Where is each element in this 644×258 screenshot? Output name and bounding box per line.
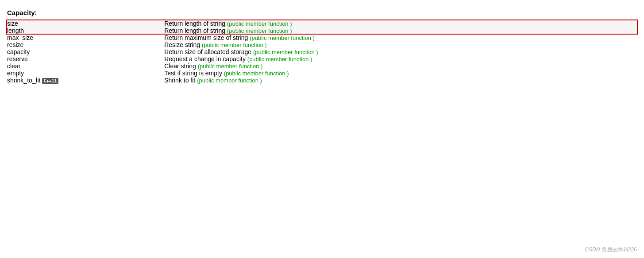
member-func-label-size: (public member function ): [227, 20, 292, 27]
section-title-text: Capacity: [7, 9, 35, 16]
function-name-size: size: [7, 20, 18, 27]
table-wrapper: sizeReturn length of string (public memb…: [7, 20, 637, 84]
cpp11-badge-shrink_to_fit: C++11: [42, 78, 58, 84]
member-func-label-resize: (public member function ): [202, 42, 267, 48]
row-desc-shrink_to_fit: Shrink to fit (public member function ): [164, 77, 637, 84]
watermark: CSDN @脆皮炸鸡226: [585, 246, 637, 254]
section-title: Capacity:: [7, 9, 637, 16]
row-name-length: length: [7, 27, 164, 34]
table-row-resize: resizeResize string (public member funct…: [7, 41, 637, 48]
table-row-length: lengthReturn length of string (public me…: [7, 27, 637, 34]
row-name-capacity: capacity: [7, 48, 164, 55]
member-func-label-max_size: (public member function ): [250, 35, 315, 41]
function-name-resize: resize: [7, 41, 23, 48]
row-desc-length: Return length of string (public member f…: [164, 27, 637, 34]
table-row-max_size: max_sizeReturn maximum size of string (p…: [7, 34, 637, 41]
member-func-label-shrink_to_fit: (public member function ): [197, 77, 262, 84]
row-desc-clear: Clear string (public member function ): [164, 63, 637, 70]
row-name-resize: resize: [7, 41, 164, 48]
member-func-label-empty: (public member function ): [224, 70, 289, 77]
function-name-empty: empty: [7, 70, 24, 77]
row-desc-empty: Test if string is empty (public member f…: [164, 70, 637, 77]
member-func-label-length: (public member function ): [227, 27, 292, 34]
row-desc-reserve: Request a change in capacity (public mem…: [164, 55, 637, 63]
function-name-length: length: [7, 27, 24, 34]
row-name-reserve: reserve: [7, 55, 164, 63]
row-desc-size: Return length of string (public member f…: [164, 20, 637, 27]
row-name-max_size: max_size: [7, 34, 164, 41]
section-container: Capacity: sizeReturn length of string (p…: [7, 9, 637, 84]
member-func-label-capacity: (public member function ): [253, 49, 318, 55]
function-name-shrink_to_fit: shrink_to_fit: [7, 77, 40, 84]
function-name-max_size: max_size: [7, 34, 33, 41]
row-desc-capacity: Return size of allocated storage (public…: [164, 48, 637, 55]
table-row-capacity: capacityReturn size of allocated storage…: [7, 48, 637, 55]
table-row-empty: emptyTest if string is empty (public mem…: [7, 70, 637, 77]
capacity-table: sizeReturn length of string (public memb…: [7, 20, 637, 84]
row-name-empty: empty: [7, 70, 164, 77]
table-row-clear: clearClear string (public member functio…: [7, 63, 637, 70]
table-row-reserve: reserveRequest a change in capacity (pub…: [7, 55, 637, 63]
row-name-size: size: [7, 20, 164, 27]
table-row-shrink_to_fit: shrink_to_fitC++11Shrink to fit (public …: [7, 77, 637, 84]
member-func-label-reserve: (public member function ): [247, 56, 312, 63]
table-row-size: sizeReturn length of string (public memb…: [7, 20, 637, 27]
function-name-reserve: reserve: [7, 55, 28, 63]
function-name-capacity: capacity: [7, 48, 30, 55]
member-func-label-clear: (public member function ): [198, 63, 263, 70]
row-name-clear: clear: [7, 63, 164, 70]
row-desc-resize: Resize string (public member function ): [164, 41, 637, 48]
row-desc-max_size: Return maximum size of string (public me…: [164, 34, 637, 41]
function-name-clear: clear: [7, 63, 20, 70]
row-name-shrink_to_fit: shrink_to_fitC++11: [7, 77, 164, 84]
